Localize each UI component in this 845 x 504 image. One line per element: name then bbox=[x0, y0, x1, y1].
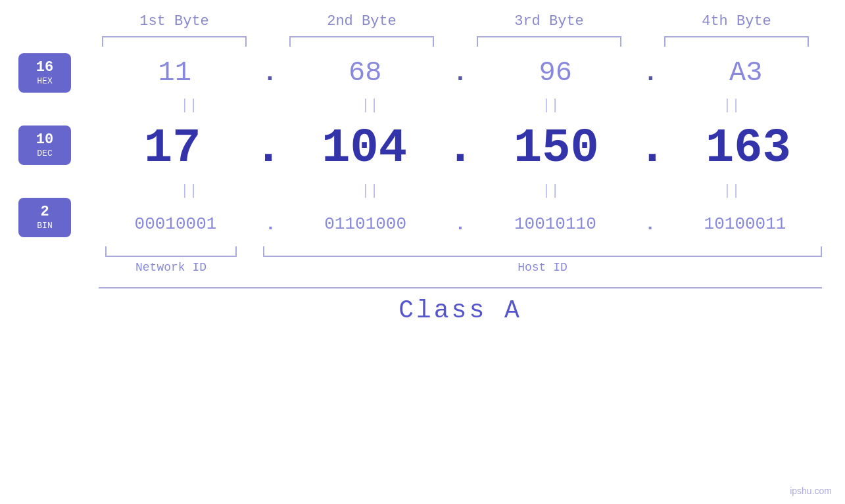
hex-label: HEX bbox=[37, 76, 52, 86]
network-id-label: Network ID bbox=[135, 261, 206, 274]
network-id-bracket bbox=[105, 246, 237, 257]
bin-val-3: 10010110 bbox=[489, 214, 621, 234]
eq-1a: || bbox=[124, 97, 255, 114]
eq-1b: || bbox=[124, 183, 255, 200]
byte4-top-bracket bbox=[664, 36, 809, 47]
equals-row-1: || || || || bbox=[99, 93, 822, 119]
host-id-label: Host ID bbox=[518, 261, 567, 274]
dec-val-2: 104 bbox=[299, 122, 430, 175]
watermark: ipshu.com bbox=[790, 486, 832, 496]
hex-val-3: 96 bbox=[490, 57, 621, 89]
eq-2b: || bbox=[304, 183, 436, 200]
eq-2a: || bbox=[304, 97, 436, 114]
main-container: 1st Byte 2nd Byte 3rd Byte 4th Byte 16 H… bbox=[0, 0, 845, 504]
class-label: Class A bbox=[99, 296, 822, 325]
dec-badge: 10 DEC bbox=[18, 126, 71, 165]
dec-row: 17 . 104 . 150 . 163 bbox=[99, 119, 822, 178]
equals-row-2: || || || || bbox=[99, 178, 822, 204]
bin-val-4: 10100011 bbox=[679, 214, 811, 234]
dot-dec-1: . bbox=[254, 122, 282, 175]
data-layout: 16 HEX 10 DEC 2 BIN bbox=[0, 53, 845, 325]
dot-bin-3: . bbox=[644, 214, 656, 235]
byte2-top-bracket bbox=[289, 36, 434, 47]
hex-row: 11 . 68 . 96 . A3 bbox=[99, 53, 822, 93]
host-id-bracket bbox=[263, 246, 822, 257]
hex-val-1: 11 bbox=[109, 57, 241, 89]
dot-bin-2: . bbox=[455, 214, 466, 235]
dec-val-3: 150 bbox=[491, 122, 622, 175]
byte4-header: 4th Byte bbox=[671, 13, 802, 30]
data-rows: 11 . 68 . 96 . A3 || || || || bbox=[92, 53, 822, 325]
dec-base: 10 bbox=[36, 132, 53, 148]
bin-badge: 2 BIN bbox=[18, 198, 71, 237]
dec-label: DEC bbox=[37, 149, 52, 158]
bin-val-2: 01101000 bbox=[300, 214, 431, 234]
eq-4b: || bbox=[666, 183, 798, 200]
dot-dec-3: . bbox=[638, 122, 666, 175]
dec-val-1: 17 bbox=[107, 122, 238, 175]
dot-hex-2: . bbox=[453, 59, 468, 87]
dot-hex-3: . bbox=[643, 59, 658, 87]
bin-row: 00010001 . 01101000 . 10010110 . 1010001… bbox=[99, 204, 822, 244]
class-divider bbox=[99, 287, 822, 288]
dot-dec-2: . bbox=[446, 122, 474, 175]
eq-4a: || bbox=[666, 97, 798, 114]
eq-3a: || bbox=[485, 97, 617, 114]
byte1-header: 1st Byte bbox=[109, 13, 240, 30]
dec-val-4: 163 bbox=[683, 122, 814, 175]
class-section: Class A bbox=[99, 287, 822, 325]
byte1-top-bracket bbox=[102, 36, 247, 47]
hex-base: 16 bbox=[36, 60, 53, 76]
byte2-header: 2nd Byte bbox=[296, 13, 427, 30]
dot-bin-1: . bbox=[265, 214, 276, 235]
hex-val-4: A3 bbox=[680, 57, 811, 89]
bin-val-1: 00010001 bbox=[110, 214, 241, 234]
dot-hex-1: . bbox=[262, 59, 278, 87]
byte3-top-bracket bbox=[477, 36, 621, 47]
byte3-header: 3rd Byte bbox=[483, 13, 615, 30]
hex-val-2: 68 bbox=[299, 57, 431, 89]
eq-3b: || bbox=[485, 183, 617, 200]
badges-column: 16 HEX 10 DEC 2 BIN bbox=[0, 53, 92, 325]
bin-label: BIN bbox=[37, 221, 52, 231]
hex-badge: 16 HEX bbox=[18, 53, 71, 93]
bin-base: 2 bbox=[40, 204, 49, 220]
